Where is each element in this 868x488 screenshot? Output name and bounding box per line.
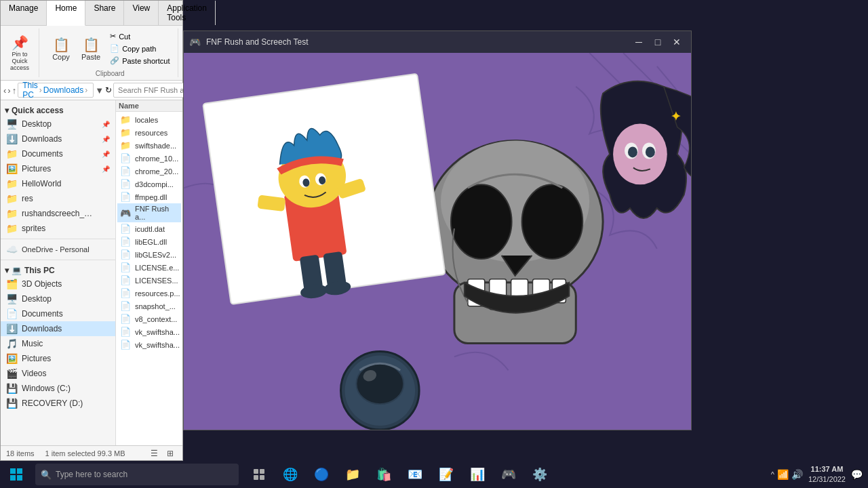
sidebar-item-sprites[interactable]: 📁 sprites (1, 221, 115, 236)
volume-icon[interactable]: 🔊 (791, 469, 803, 480)
address-bar: ‹ › ↑ This PC › Downloads › ▼ ↻ (1, 81, 182, 100)
sidebar-item-pictures2[interactable]: 🖼️ Pictures (1, 351, 115, 366)
paste-shortcut-button[interactable]: 🔗 Paste shortcut (107, 55, 172, 66)
divider-2 (1, 260, 115, 260)
network-icon[interactable]: 📶 (777, 469, 789, 480)
sidebar-section-thispc[interactable]: ▾ 💻 This PC (1, 263, 115, 277)
sidebar-item-documents[interactable]: 📁 Documents 📌 (1, 146, 115, 161)
sidebar-item-onedrive[interactable]: ☁️ OneDrive - Personal (1, 242, 115, 257)
app-icon-2[interactable]: ⚙️ (525, 461, 555, 488)
edge-icon[interactable]: 🌐 (275, 461, 305, 488)
sidebar-section-quick-access[interactable]: ▾ Quick access (1, 103, 115, 117)
sidebar-label-onedrive: OneDrive - Personal (22, 245, 90, 253)
refresh-button[interactable]: ↻ (105, 83, 112, 98)
breadcrumb-thispc[interactable]: This PC (22, 81, 38, 100)
sidebar-item-videos[interactable]: 🎬 Videos (1, 366, 115, 381)
ribbon-clipboard-items: 📋 Copy 📋 Paste ✂ Cut 📄 (47, 28, 172, 68)
word-icon[interactable]: 📝 (431, 461, 461, 488)
ribbon-content: 📌 Pin to Quick access 📋 Copy 📋 Paste (1, 26, 182, 80)
sidebar-item-helloworld[interactable]: 📁 HelloWorld (1, 176, 115, 191)
sidebar-label-documents2: Documents (22, 309, 63, 319)
status-bar: 18 items 1 item selected 99.3 MB ☰ ⊞ (1, 445, 182, 460)
sidebar-item-desktop2[interactable]: 🖥️ Desktop (1, 291, 115, 306)
notification-icon[interactable]: 💬 (851, 469, 863, 480)
cut-button[interactable]: ✂ Cut (107, 30, 172, 42)
file-item[interactable]: 📄LICENSE.e... (117, 261, 181, 274)
viewer-maximize-button[interactable]: □ (649, 34, 667, 50)
file-item[interactable]: 📄LICENSES... (117, 274, 181, 287)
sidebar-item-recoveryd[interactable]: 💾 RECOVERY (D:) (1, 396, 115, 411)
clock-time: 11:37 AM (808, 464, 846, 474)
address-path[interactable]: This PC › Downloads › (18, 83, 94, 98)
sidebar-item-documents2[interactable]: 📄 Documents (1, 306, 115, 321)
tab-view[interactable]: View (124, 1, 159, 25)
file-item[interactable]: 📄chrome_20... (117, 165, 181, 178)
tab-manage[interactable]: Manage (1, 1, 47, 25)
sidebar-item-desktop[interactable]: 🖥️ Desktop 📌 (1, 117, 115, 131)
list-view-button[interactable]: ☰ (147, 447, 161, 460)
mail-icon[interactable]: 📧 (400, 461, 430, 488)
file-item[interactable]: 📁locales (117, 113, 181, 126)
store-icon[interactable]: 🛍️ (369, 461, 399, 488)
pin-indicator4: 📌 (102, 165, 110, 173)
file-item[interactable]: 📄v8_context... (117, 312, 181, 325)
pin-to-quick-access-button[interactable]: 📌 Pin to Quick access (6, 33, 33, 73)
dropdown-button[interactable]: ▼ (95, 83, 104, 98)
sidebar-item-music[interactable]: 🎵 Music (1, 336, 115, 351)
grid-view-button[interactable]: ⊞ (163, 447, 177, 460)
file-item[interactable]: 📄libGLESv2... (117, 248, 181, 261)
file-item[interactable]: 📄libEGL.dll (117, 235, 181, 248)
sidebar-item-windowsc[interactable]: 💾 Windows (C:) (1, 381, 115, 396)
file-item[interactable]: 🎮FNF Rush a... (117, 203, 181, 222)
sidebar-label-sprites: sprites (22, 224, 45, 233)
clipboard-label: Clipboard (96, 70, 125, 77)
app-icon-1[interactable]: 🎮 (494, 461, 524, 488)
sidebar-item-pictures[interactable]: 🖼️ Pictures 📌 (1, 161, 115, 176)
file-item[interactable]: 📄d3dcompi... (117, 178, 181, 190)
task-view-button[interactable] (244, 461, 274, 488)
copy-icon: 📋 (53, 37, 70, 53)
viewer-close-button[interactable]: ✕ (668, 34, 686, 50)
powerpoint-icon[interactable]: 📊 (462, 461, 492, 488)
copy-button[interactable]: 📋 Copy (47, 35, 75, 62)
forward-button[interactable]: › (7, 83, 10, 98)
sidebar-label-pictures2: Pictures (22, 354, 51, 363)
sidebar-item-downloads[interactable]: ⬇️ Downloads 📌 (1, 131, 115, 146)
tab-application-tools[interactable]: Application Tools (159, 1, 216, 25)
tab-home[interactable]: Home (47, 1, 85, 26)
onedrive-icon: ☁️ (6, 244, 18, 255)
copy-path-button[interactable]: 📄 Copy path (107, 43, 172, 54)
sidebar-label-downloads2: Downloads (22, 324, 62, 333)
file-item[interactable]: 📄vk_swiftsha... (117, 325, 181, 338)
chevron-tray-icon[interactable]: ^ (771, 470, 774, 479)
sidebar-item-3dobjects[interactable]: 🗂️ 3D Objects (1, 277, 115, 291)
breadcrumb-downloads[interactable]: Downloads (43, 85, 83, 95)
file-item[interactable]: 📄icudtl.dat (117, 222, 181, 235)
viewer-minimize-button[interactable]: ─ (630, 34, 648, 50)
file-item[interactable]: 📁resources (117, 126, 181, 139)
back-button[interactable]: ‹ (3, 83, 6, 98)
file-item[interactable]: 📄chrome_10... (117, 152, 181, 165)
recoveryd-icon: 💾 (6, 398, 18, 409)
explorer-body: ▾ Quick access 🖥️ Desktop 📌 ⬇️ Downloads… (1, 100, 182, 445)
tab-share[interactable]: Share (85, 1, 124, 25)
file-item[interactable]: 📁swiftshadе... (117, 139, 181, 152)
file-item[interactable]: 📄snapshot_... (117, 300, 181, 312)
sidebar-label-3dobjects: 3D Objects (22, 279, 62, 289)
file-item[interactable]: 📄vk_swiftsha... (117, 338, 181, 351)
sidebar-item-res[interactable]: 📁 res (1, 191, 115, 206)
explorer-taskbar-icon[interactable]: 📁 (338, 461, 368, 488)
file-name: libGLESv2... (135, 251, 176, 259)
file-item[interactable]: 📄ffmpeg.dll (117, 190, 181, 203)
svg-point-27 (613, 124, 667, 185)
start-button[interactable] (0, 461, 33, 488)
chrome-icon[interactable]: 🔵 (307, 461, 336, 488)
paste-button[interactable]: 📋 Paste (77, 35, 104, 62)
file-item[interactable]: 📄resources.p... (117, 287, 181, 300)
up-button[interactable]: ↑ (12, 83, 17, 98)
sidebar-item-rushandscreech[interactable]: 📁 rushandscreech_voice (1, 206, 115, 221)
system-clock[interactable]: 11:37 AM 12/31/2022 (808, 464, 846, 485)
file-icon: 📄 (120, 288, 131, 298)
sidebar-item-downloads2[interactable]: ⬇️ Downloads (1, 321, 115, 336)
taskbar-search-box[interactable]: 🔍 Type here to search (35, 464, 239, 485)
